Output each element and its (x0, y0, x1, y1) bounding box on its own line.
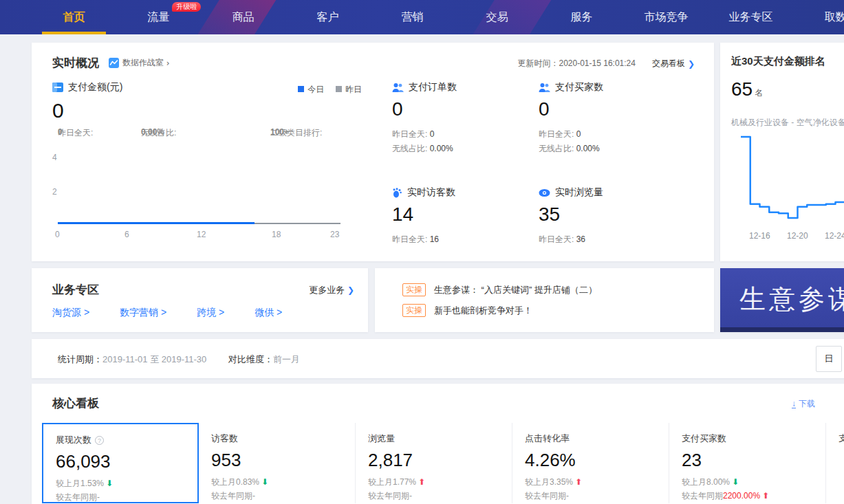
upgrade-badge: 升级啦 (172, 2, 201, 12)
nav-item-label: 流量 (148, 11, 170, 23)
kpi-card-visitors[interactable]: 访客数 953 较上月0.83%⬇ 较去年同期- (199, 423, 356, 503)
kpi-mom: 较上月3.35%⬆ (525, 476, 656, 488)
kpi-mom: 较上月0.83%⬇ (211, 476, 343, 488)
nav-item-products[interactable]: 商品 (201, 0, 285, 34)
pay-amount-label: 支付金额(元) (68, 81, 122, 94)
ranking-title: 近30天支付金额排名 (731, 55, 825, 68)
pay-orders-yesterday: 昨日全天: 0 (392, 129, 540, 140)
help-icon[interactable]: ? (95, 436, 104, 445)
pay-buyers-yesterday: 昨日全天: 0 (539, 129, 686, 140)
x-tick: 0 (55, 230, 60, 239)
nav-item-market-competition[interactable]: 市场竞争 (624, 0, 708, 34)
kpi-mom: 较上月1.53%⬇ (56, 478, 185, 490)
kpi-cards: 展现次数? 66,093 较上月1.53%⬇ 较去年同期- 访客数 953 较上… (42, 423, 844, 503)
news-item[interactable]: 实操 生意参谋： “入店关键词” 提升店铺（二） (402, 283, 597, 296)
wireless-ratio: 无线占比: 0.00% (141, 127, 164, 137)
pay-orders-header: 支付订单数 (392, 81, 540, 94)
kpi-mom: 较上月1.77%⬆ (368, 476, 499, 488)
visitors-header: 实时访客数 (392, 186, 540, 199)
nav-item-home[interactable]: 首页 (32, 0, 116, 34)
trend-arrow-icon: ⬇ (732, 477, 739, 487)
x-tick: 6 (125, 230, 129, 239)
pay-amount-value: 0 (52, 99, 369, 122)
trend-arrow-icon: ⬆ (575, 477, 582, 487)
pay-orders-label: 支付订单数 (409, 81, 457, 94)
practice-badge: 实操 (402, 304, 426, 317)
rank-x-tick: 12-16 (749, 231, 770, 241)
kpi-yoy: 较去年同期- (368, 490, 499, 502)
business-links: 淘货源 > 数字营销 > 跨境 > 微供 > (52, 307, 282, 319)
pay-buyers-header: 支付买家数 (539, 81, 686, 94)
news-text: 生意参谋： “入店关键词” 提升店铺（二） (434, 284, 597, 296)
download-link[interactable]: ↓下载 (792, 398, 815, 410)
y-tick: 2 (52, 187, 57, 197)
pageviews-header: 实时浏览量 (539, 186, 686, 199)
trade-board-link[interactable]: 交易看板 (652, 58, 685, 69)
link-cross-border[interactable]: 跨境 > (197, 307, 224, 319)
category-rank: 二级类目排行: 100+ (270, 127, 289, 137)
kpi-yoy: 较去年同期- (525, 490, 656, 502)
core-board-panel: 核心看板 ↓下载 展现次数? 66,093 较上月1.53%⬇ 较去年同期- 访… (32, 384, 844, 504)
legend-yesterday-label: 昨日 (345, 85, 362, 94)
kpi-value: 2,817 (368, 450, 499, 471)
visitors-yesterday: 昨日全天: 16 (392, 234, 540, 245)
sycm-banner[interactable]: 生意参谋 (720, 268, 844, 332)
kpi-card-pay-amount[interactable]: 支付金额 (826, 423, 844, 503)
compare-value: 前一月 (273, 354, 300, 364)
nav-item-traffic[interactable]: 流量升级啦 (116, 0, 201, 34)
kpi-yoy: 较去年同期- (56, 492, 185, 503)
kpi-label: 支付金额 (838, 432, 844, 445)
kpi-label: 点击转化率 (525, 432, 570, 445)
ranking-category: 机械及行业设备 - 空气净化设备 (731, 117, 844, 129)
link-weigong[interactable]: 微供 > (255, 307, 282, 319)
data-war-room-link[interactable]: 数据作战室 › (109, 57, 170, 69)
kpi-label: 访客数 (211, 432, 238, 445)
nav-item-marketing[interactable]: 营销 (370, 0, 455, 34)
kpi-card-pageviews[interactable]: 浏览量 2,817 较上月1.77%⬆ 较去年同期- (356, 423, 512, 503)
pageviews-yesterday: 昨日全天: 36 (539, 234, 686, 245)
granularity-day-button[interactable]: 日 (816, 346, 842, 372)
period-label: 统计周期： (58, 354, 102, 364)
kpi-card-ctr[interactable]: 点击转化率 4.26% 较上月3.35%⬆ 较去年同期- (512, 423, 669, 503)
kpi-value: 4.26% (525, 450, 656, 471)
nav-item-business-zone[interactable]: 业务专区 (708, 0, 793, 34)
nav-item-customers[interactable]: 客户 (285, 0, 370, 34)
kpi-card-pay-buyers[interactable]: 支付买家数 23 较上月8.00%⬇ 较去年同期2200.00%⬆ (669, 423, 826, 503)
trend-arrow-icon: ⬇ (261, 477, 268, 487)
realtime-title: 实时概况 (52, 55, 99, 71)
kpi-yoy: 较去年同期- (211, 490, 343, 502)
x-tick: 23 (330, 230, 339, 239)
kpi-label: 浏览量 (368, 432, 395, 445)
pay-buyers-value: 0 (539, 98, 686, 120)
core-board-title: 核心看板 (52, 395, 99, 411)
visitors-value: 14 (392, 204, 540, 226)
realtime-overview-panel: 实时概况 数据作战室 › 更新时间：2020-01-15 16:01:24 交易… (32, 43, 714, 261)
period-text: 统计周期：2019-11-01 至 2019-11-30 对比维度：前一月 (58, 353, 300, 366)
pay-orders-wireless: 无线占比: 0.00% (392, 143, 540, 155)
link-taohuoyuan[interactable]: 淘货源 > (52, 307, 89, 319)
buyers-pageviews-column: 支付买家数 0 昨日全天: 0 无线占比: 0.00% 实时浏览量 35 昨日全… (539, 81, 686, 245)
y-tick: 4 (52, 153, 57, 162)
link-digital-marketing[interactable]: 数字营销 > (120, 307, 166, 319)
kpi-card-impressions[interactable]: 展现次数? 66,093 较上月1.53%⬇ 较去年同期- (42, 423, 199, 503)
top-nav: 首页 流量升级啦 商品 客户 营销 交易 服务 市场竞争 业务专区 取数 (0, 0, 844, 34)
pageviews-value: 35 (539, 204, 686, 226)
kpi-label: 支付买家数 (682, 432, 726, 445)
more-business-link[interactable]: 更多业务 ❯ (309, 284, 354, 296)
period-bar: 统计周期：2019-11-01 至 2019-11-30 对比维度：前一月 日 (32, 339, 844, 378)
x-tick: 12 (197, 230, 206, 239)
pay-buyers-label: 支付买家数 (555, 81, 603, 94)
chart-legend: 今日 昨日 (298, 84, 362, 96)
news-item[interactable]: 实操 新手也能剖析竞争对手！ (402, 304, 532, 317)
compare-label: 对比维度： (228, 354, 273, 364)
trend-arrow-icon: ⬆ (762, 491, 769, 501)
trend-arrow-icon: ⬆ (418, 477, 425, 487)
nav-item-data-fetch[interactable]: 取数 (793, 0, 844, 34)
pay-buyers-wireless: 无线占比: 0.00% (539, 143, 686, 155)
download-icon: ↓ (792, 400, 796, 408)
visitors-label: 实时访客数 (407, 186, 455, 199)
war-room-label: 数据作战室 (122, 57, 164, 69)
ranking-panel: 近30天支付金额排名 65名 机械及行业设备 - 空气净化设备 12-16 12… (720, 43, 844, 261)
nav-item-service[interactable]: 服务 (539, 0, 624, 34)
nav-item-trade[interactable]: 交易 (455, 0, 539, 34)
